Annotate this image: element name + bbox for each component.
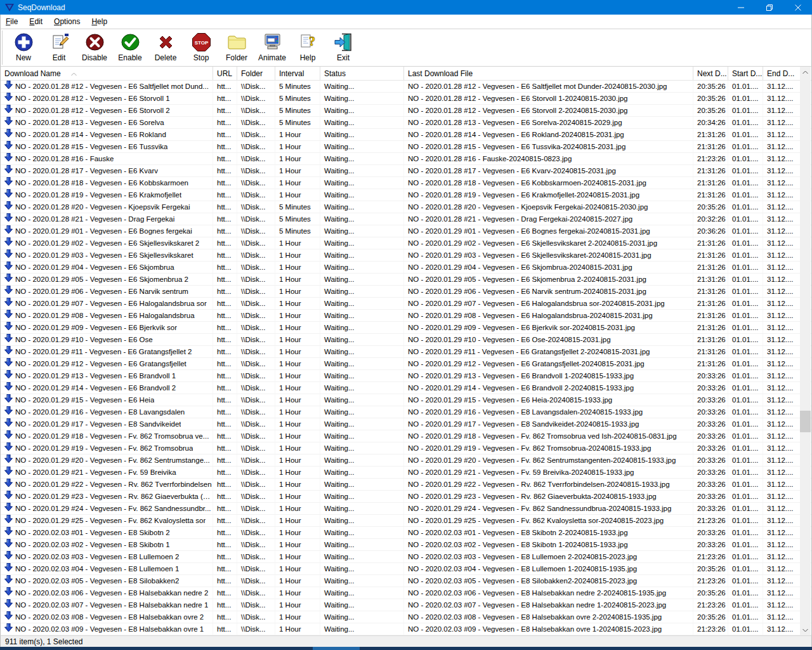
cell-url: htt... bbox=[213, 153, 237, 164]
cell-folder: \\Disk... bbox=[237, 430, 275, 442]
cell-url: htt... bbox=[213, 141, 237, 152]
table-row[interactable]: NO - 2020.02.03 #02 - Vegvesen - E8 Skib… bbox=[1, 539, 811, 551]
table-row[interactable]: NO - 2020.01.28 #21 - Vegvesen - Drag Fe… bbox=[1, 213, 811, 225]
scrollbar-thumb[interactable] bbox=[800, 411, 811, 432]
table-row[interactable]: NO - 2020.01.29 #12 - Vegvesen - E6 Grat… bbox=[1, 358, 811, 370]
new-button[interactable]: New bbox=[6, 30, 41, 65]
table-row[interactable]: NO - 2020.02.03 #08 - Vegvesen - E8 Hals… bbox=[1, 611, 811, 623]
disable-button[interactable]: Disable bbox=[77, 30, 112, 65]
edit-label: Edit bbox=[53, 53, 66, 62]
vertical-scrollbar[interactable] bbox=[800, 67, 811, 635]
table-row[interactable]: NO - 2020.01.28 #20 - Vegvesen - Kjoepsv… bbox=[1, 201, 811, 213]
table-row[interactable]: NO - 2020.01.29 #01 - Vegvesen - E6 Bogn… bbox=[1, 225, 811, 237]
table-row[interactable]: NO - 2020.01.29 #02 - Vegvesen - E6 Skje… bbox=[1, 237, 811, 249]
stop-button[interactable]: STOP Stop bbox=[183, 30, 219, 65]
menu-help[interactable]: Help bbox=[86, 15, 113, 29]
minimize-button[interactable] bbox=[726, 0, 755, 15]
column-header-interval[interactable]: Interval bbox=[275, 67, 320, 80]
table-row[interactable]: NO - 2020.01.29 #09 - Vegvesen - E6 Bjer… bbox=[1, 322, 811, 334]
restore-button[interactable] bbox=[755, 0, 783, 15]
table-row[interactable]: NO - 2020.01.28 #14 - Vegvesen - E6 Rokl… bbox=[1, 129, 811, 141]
cell-last-download-file: NO - 2020.01.29 #14 - Vegvesen - E6 Bran… bbox=[404, 382, 693, 394]
menu-file[interactable]: File bbox=[1, 15, 23, 29]
cell-url: htt... bbox=[213, 563, 237, 574]
table-row[interactable]: NO - 2020.01.29 #10 - Vegvesen - E6 Ose … bbox=[1, 334, 811, 346]
cell-interval: 1 Hour bbox=[275, 539, 320, 550]
scroll-up-button[interactable] bbox=[800, 67, 811, 77]
cell-start-date: 01.01.... bbox=[728, 274, 763, 285]
table-row[interactable]: NO - 2020.02.03 #04 - Vegvesen - E8 Lull… bbox=[1, 563, 811, 575]
enable-button[interactable]: Enable bbox=[112, 30, 148, 65]
folder-button[interactable]: Folder bbox=[219, 30, 254, 65]
cell-end-date: 31.12.... bbox=[763, 539, 797, 550]
column-header-status[interactable]: Status bbox=[320, 67, 404, 80]
table-row[interactable]: NO - 2020.01.29 #24 - Vegvesen - Fv. 862… bbox=[1, 503, 811, 515]
column-header-start-date[interactable]: Start D... bbox=[728, 67, 763, 80]
cell-last-download-file: NO - 2020.01.29 #22 - Vegvesen - Rv. 862… bbox=[404, 479, 693, 490]
cell-folder: \\Disk... bbox=[237, 418, 275, 430]
table-row[interactable]: NO - 2020.02.03 #05 - Vegvesen - E8 Silo… bbox=[1, 575, 811, 587]
table-row[interactable]: NO - 2020.01.29 #15 - Vegvesen - E6 Heia… bbox=[1, 394, 811, 406]
table-row[interactable]: NO - 2020.01.28 #16 - Fauske htt... \\Di… bbox=[1, 153, 811, 165]
table-row[interactable]: NO - 2020.01.29 #11 - Vegvesen - E6 Grat… bbox=[1, 346, 811, 358]
table-row[interactable]: NO - 2020.01.28 #12 - Vegvesen - E6 Salt… bbox=[1, 81, 811, 93]
table-row[interactable]: NO - 2020.01.29 #19 - Vegvesen - Fv. 862… bbox=[1, 442, 811, 454]
table-row[interactable]: NO - 2020.01.28 #13 - Vegvesen - E6 Sore… bbox=[1, 117, 811, 129]
help-button[interactable]: ? Help bbox=[290, 30, 325, 65]
table-row[interactable]: NO - 2020.01.29 #08 - Vegvesen - E6 Halo… bbox=[1, 310, 811, 322]
column-header-url[interactable]: URL bbox=[213, 67, 237, 80]
column-header-next-date[interactable]: Next D... bbox=[693, 67, 728, 80]
table-row[interactable]: NO - 2020.01.29 #04 - Vegvesen - E6 Skjo… bbox=[1, 262, 811, 274]
cell-status: Waiting... bbox=[320, 418, 404, 430]
cell-status: Waiting... bbox=[320, 587, 404, 599]
cell-end-date: 31.12.... bbox=[763, 334, 797, 345]
table-row[interactable]: NO - 2020.01.29 #07 - Vegvesen - E6 Halo… bbox=[1, 298, 811, 310]
table-row[interactable]: NO - 2020.01.29 #16 - Vegvesen - E8 Lava… bbox=[1, 406, 811, 418]
table-row[interactable]: NO - 2020.01.28 #12 - Vegvesen - E6 Stor… bbox=[1, 105, 811, 117]
table-row[interactable]: NO - 2020.02.03 #01 - Vegvesen - E8 Skib… bbox=[1, 527, 811, 539]
table-row[interactable]: NO - 2020.02.03 #07 - Vegvesen - E8 Hals… bbox=[1, 599, 811, 611]
delete-button[interactable]: Delete bbox=[148, 30, 183, 65]
table-row[interactable]: NO - 2020.01.29 #21 - Vegvesen - Fv. 59 … bbox=[1, 467, 811, 479]
table-row[interactable]: NO - 2020.01.29 #06 - Vegvesen - E6 Narv… bbox=[1, 286, 811, 298]
table-row[interactable]: NO - 2020.01.29 #25 - Vegvesen - Fv. 862… bbox=[1, 515, 811, 527]
table-row[interactable]: NO - 2020.01.29 #05 - Vegvesen - E6 Skjo… bbox=[1, 274, 811, 286]
table-row[interactable]: NO - 2020.02.03 #06 - Vegvesen - E8 Hals… bbox=[1, 587, 811, 599]
edit-button[interactable]: Edit bbox=[41, 30, 77, 65]
table-row[interactable]: NO - 2020.01.29 #17 - Vegvesen - E8 Sand… bbox=[1, 418, 811, 430]
table-row[interactable]: NO - 2020.01.28 #12 - Vegvesen - E6 Stor… bbox=[1, 93, 811, 105]
cell-end-date: 31.12.... bbox=[763, 93, 797, 104]
animate-button[interactable]: Animate bbox=[254, 30, 290, 65]
table-row[interactable]: NO - 2020.01.28 #17 - Vegvesen - E6 Kvar… bbox=[1, 165, 811, 177]
menu-options[interactable]: Options bbox=[48, 15, 86, 29]
cell-end-date: 31.12.... bbox=[763, 322, 797, 333]
cell-last-download-file: NO - 2020.01.28 #12 - Vegvesen - E6 Stor… bbox=[404, 105, 693, 116]
table-row[interactable]: NO - 2020.01.29 #23 - Vegvesen - Rv. 862… bbox=[1, 491, 811, 503]
table-row[interactable]: NO - 2020.01.29 #13 - Vegvesen - E6 Bran… bbox=[1, 370, 811, 382]
column-header-folder[interactable]: Folder bbox=[237, 67, 275, 80]
table-row[interactable]: NO - 2020.01.29 #03 - Vegvesen - E6 Skje… bbox=[1, 249, 811, 262]
close-button[interactable] bbox=[783, 0, 812, 15]
table-row[interactable]: NO - 2020.01.29 #20 - Vegvesen - Fv. 862… bbox=[1, 454, 811, 467]
exit-button[interactable]: Exit bbox=[325, 30, 361, 65]
table-row[interactable]: NO - 2020.02.03 #03 - Vegvesen - E8 Lull… bbox=[1, 551, 811, 563]
cell-start-date: 01.01.... bbox=[728, 81, 763, 92]
table-row[interactable]: NO - 2020.01.29 #14 - Vegvesen - E6 Bran… bbox=[1, 382, 811, 394]
cell-last-download-file: NO - 2020.01.29 #12 - Vegvesen - E6 Grat… bbox=[404, 358, 693, 369]
table-row[interactable]: NO - 2020.01.29 #22 - Vegvesen - Rv. 862… bbox=[1, 479, 811, 491]
column-header-download-name[interactable]: Download Name bbox=[1, 67, 213, 80]
table-row[interactable]: NO - 2020.01.29 #18 - Vegvesen - Fv. 862… bbox=[1, 430, 811, 442]
cell-download-name: NO - 2020.01.29 #18 - Vegvesen - Fv. 862… bbox=[1, 430, 213, 442]
table-row[interactable]: NO - 2020.01.28 #19 - Vegvesen - E6 Krak… bbox=[1, 189, 811, 201]
menu-edit[interactable]: Edit bbox=[23, 15, 48, 29]
column-header-last-download-file[interactable]: Last Download File bbox=[404, 67, 693, 80]
table-row[interactable]: NO - 2020.02.03 #09 - Vegvesen - E8 Hals… bbox=[1, 623, 811, 635]
delete-icon bbox=[155, 32, 176, 53]
cell-next-date: 20:33:26 bbox=[693, 527, 728, 538]
scroll-down-button[interactable] bbox=[800, 625, 811, 635]
table-row[interactable]: NO - 2020.01.28 #15 - Vegvesen - E6 Tuss… bbox=[1, 141, 811, 153]
cell-last-download-file: NO - 2020.02.03 #09 - Vegvesen - E8 Hals… bbox=[404, 623, 693, 635]
column-header-end-date[interactable]: End D... bbox=[763, 67, 797, 80]
table-row[interactable]: NO - 2020.01.28 #18 - Vegvesen - E6 Kobb… bbox=[1, 177, 811, 189]
cell-folder: \\Disk... bbox=[237, 563, 275, 574]
